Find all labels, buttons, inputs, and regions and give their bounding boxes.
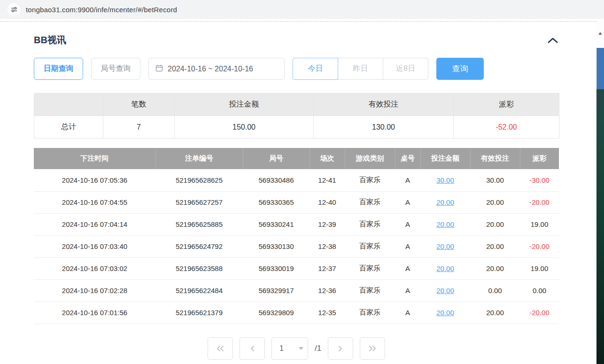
- bet-number: 521965627257: [155, 191, 243, 213]
- game-type: 百家乐: [345, 279, 395, 302]
- prev-page-button[interactable]: [240, 337, 265, 360]
- bet-amount-link[interactable]: 20.00: [436, 242, 454, 250]
- col-header-payout: 派彩: [520, 148, 559, 169]
- table-number: A: [395, 279, 420, 302]
- session: 12-36: [310, 279, 345, 302]
- table-row: 2024-10-16 07:04:55 521965627257 5693303…: [34, 191, 559, 213]
- table-number: A: [395, 235, 420, 257]
- valid-bet: 20.00: [470, 213, 520, 235]
- bet-amount-link[interactable]: 20.00: [436, 220, 454, 228]
- next-page-button[interactable]: [328, 337, 353, 360]
- session: 12-35: [310, 302, 345, 324]
- table-number: A: [395, 257, 420, 279]
- page-title: BB视讯: [34, 34, 66, 46]
- bet-number: 521965623588: [155, 257, 243, 279]
- bet-number: 521965625885: [155, 213, 243, 235]
- table-row: 2024-10-16 07:05:36 521965628625 5693304…: [34, 169, 559, 191]
- search-button[interactable]: 查询: [436, 58, 484, 80]
- bet-amount-link[interactable]: 20.00: [436, 198, 454, 206]
- today-button[interactable]: 今日: [293, 58, 338, 80]
- session: 12-39: [310, 213, 345, 235]
- session: 12-38: [310, 235, 345, 257]
- session: 12-40: [310, 191, 345, 213]
- summary-valid-bet: 130.00: [314, 116, 454, 139]
- round-number: 569330365: [243, 191, 310, 213]
- summary-table: 笔数 投注金额 有效投注 派彩 总计 7 150.00 130.00 -52.0…: [34, 93, 559, 139]
- col-header-session: 场次: [310, 148, 345, 169]
- round-query-tab[interactable]: 局号查询: [91, 58, 140, 80]
- bet-number: 521965621379: [155, 302, 243, 324]
- valid-bet: 30.00: [470, 169, 520, 191]
- date-range-picker[interactable]: 2024-10-16 ~ 2024-10-16: [148, 58, 285, 80]
- round-number: 569329917: [243, 279, 310, 302]
- summary-header-valid-bet: 有效投注: [314, 93, 454, 116]
- payout: 19.00: [520, 213, 559, 235]
- address-bar: tongbao31.com:9900/infe/mcenter/#/betRec…: [0, 0, 604, 19]
- valid-bet: 20.00: [470, 302, 520, 324]
- game-type: 百家乐: [345, 191, 395, 213]
- site-settings-icon[interactable]: [8, 3, 20, 16]
- yesterday-button[interactable]: 昨日: [338, 58, 383, 80]
- last-8-days-button[interactable]: 近8日: [383, 58, 428, 80]
- bet-time: 2024-10-16 07:02:28: [34, 279, 155, 302]
- payout: -30.00: [520, 169, 559, 191]
- game-type: 百家乐: [345, 302, 395, 324]
- table-number: A: [395, 302, 420, 324]
- valid-bet: 0.00: [470, 279, 520, 302]
- game-type: 百家乐: [345, 213, 395, 235]
- table-row: 2024-10-16 07:03:02 521965623588 5693300…: [34, 257, 559, 279]
- filter-row: 日期查询 局号查询 2024-10-16 ~ 2024-10-16 今日 昨日 …: [34, 58, 559, 80]
- date-query-tab[interactable]: 日期查询: [34, 58, 83, 80]
- session: 12-37: [310, 257, 345, 279]
- round-number: 569330486: [243, 169, 310, 191]
- table-number: A: [395, 169, 420, 191]
- bet-number: 521965622484: [155, 279, 243, 302]
- payout: -20.00: [520, 302, 559, 324]
- col-header-bet-time: 下注时间: [34, 148, 155, 169]
- table-row: 2024-10-16 07:01:56 521965621379 5693298…: [34, 302, 559, 324]
- bet-time: 2024-10-16 07:03:02: [34, 257, 155, 279]
- bet-amount-link[interactable]: 20.00: [436, 287, 454, 294]
- game-type: 百家乐: [345, 235, 395, 257]
- table-row: 2024-10-16 07:03:40 521965624792 5693301…: [34, 235, 559, 257]
- bet-number: 521965628625: [155, 169, 243, 191]
- quick-date-group: 今日 昨日 近8日: [293, 58, 428, 80]
- payout: -20.00: [520, 191, 559, 213]
- page-number-select-wrap: 1: [271, 337, 308, 360]
- col-header-table-number: 桌号: [395, 148, 420, 169]
- valid-bet: 20.00: [470, 191, 520, 213]
- col-header-bet-number: 注单编号: [155, 148, 243, 169]
- game-type: 百家乐: [345, 257, 395, 279]
- scrollbar-thumb[interactable]: [596, 48, 604, 89]
- round-number: 569330019: [243, 257, 310, 279]
- pagination: 1 /1: [34, 337, 559, 360]
- collapse-chevron-icon[interactable]: [547, 37, 559, 44]
- summary-count: 7: [103, 116, 175, 139]
- total-pages: /1: [315, 344, 321, 353]
- bet-amount-link[interactable]: 20.00: [436, 309, 454, 317]
- bet-amount-link[interactable]: 30.00: [436, 176, 454, 184]
- last-page-button[interactable]: [360, 337, 385, 360]
- summary-total-label: 总计: [34, 116, 103, 139]
- payout: 0.00: [520, 279, 559, 302]
- url-text[interactable]: tongbao31.com:9900/infe/mcenter/#/betRec…: [26, 6, 177, 14]
- summary-bet-amount: 150.00: [175, 116, 314, 139]
- table-number: A: [395, 213, 420, 235]
- valid-bet: 20.00: [470, 257, 520, 279]
- calendar-icon: [155, 64, 163, 74]
- game-type: 百家乐: [345, 169, 395, 191]
- summary-header-count: 笔数: [103, 93, 175, 116]
- page-number-select[interactable]: 1: [272, 338, 308, 359]
- bet-time: 2024-10-16 07:04:55: [34, 191, 155, 213]
- round-number: 569330241: [243, 213, 310, 235]
- scrollbar-up-arrow[interactable]: [596, 19, 604, 48]
- first-page-button[interactable]: [208, 337, 233, 360]
- session: 12-41: [310, 169, 345, 191]
- bet-amount-link[interactable]: 20.00: [436, 264, 454, 272]
- vertical-scrollbar[interactable]: [596, 19, 604, 364]
- bet-number: 521965624792: [155, 235, 243, 257]
- round-number: 569329809: [243, 302, 310, 324]
- table-row: 2024-10-16 07:02:28 521965622484 5693299…: [34, 279, 559, 302]
- col-header-bet-amount: 投注金额: [420, 148, 470, 169]
- col-header-game-type: 游戏类别: [345, 148, 395, 169]
